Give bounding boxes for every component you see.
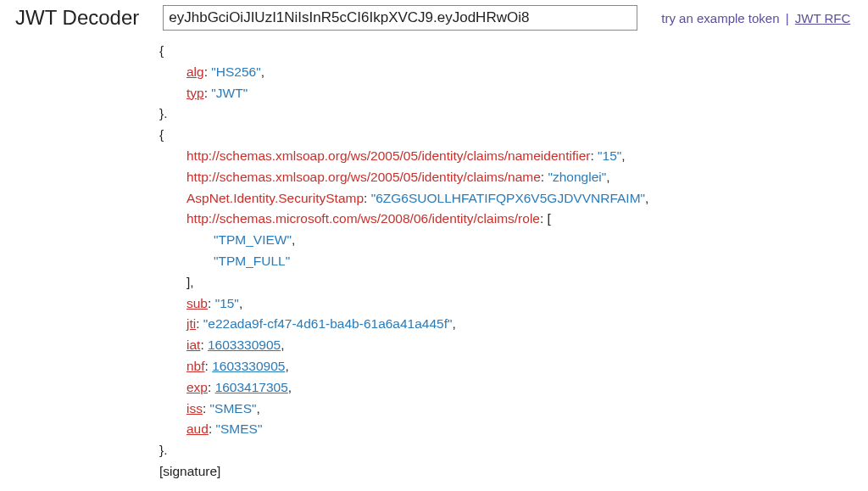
claim-value: "SMES" xyxy=(216,421,263,436)
claim-key-sub[interactable]: sub xyxy=(186,296,208,310)
token-input[interactable] xyxy=(163,5,637,31)
role-array-value: "TPM_VIEW" xyxy=(214,232,292,247)
claim-key-exp[interactable]: exp xyxy=(186,380,208,394)
claim-key-iat[interactable]: iat xyxy=(186,338,200,352)
brace-close-dot: }. xyxy=(159,443,167,457)
brace-close-dot: }. xyxy=(159,106,167,120)
claim-value: "6ZG6SUOLLHFATIFQPX6V5GJDVVNRFAIM" xyxy=(371,191,645,205)
claim-key-jti[interactable]: jti xyxy=(186,316,196,331)
claim-value: "15" xyxy=(215,296,239,310)
decoded-output: { alg: "HS256", typ: "JWT" }. { http://s… xyxy=(159,41,853,483)
brace-open: { xyxy=(159,127,164,142)
claim-key-typ[interactable]: typ xyxy=(186,86,204,100)
claim-value-timestamp[interactable]: 1603330905 xyxy=(208,338,281,352)
header: JWT Decoder try an example token | JWT R… xyxy=(15,5,853,31)
claim-value: "HS256" xyxy=(211,64,260,79)
jwt-rfc-link[interactable]: JWT RFC xyxy=(795,11,851,25)
claim-key-role: http://schemas.microsoft.com/ws/2008/06/… xyxy=(186,211,540,226)
brace-open: { xyxy=(159,43,164,58)
claim-key-aud[interactable]: aud xyxy=(186,421,209,436)
claim-key-iss[interactable]: iss xyxy=(186,401,203,416)
claim-value-timestamp[interactable]: 1603330905 xyxy=(212,359,285,373)
claim-value: "SMES" xyxy=(210,401,257,416)
claim-key-nbf[interactable]: nbf xyxy=(186,359,205,373)
claim-value: "e22ada9f-cf47-4d61-ba4b-61a6a41a445f" xyxy=(203,316,453,331)
claim-value: "zhonglei" xyxy=(548,170,606,184)
claim-key-securitystamp: AspNet.Identity.SecurityStamp xyxy=(186,191,364,205)
claim-key-name: http://schemas.xmlsoap.org/ws/2005/05/id… xyxy=(186,170,541,184)
signature-placeholder: [signature] xyxy=(159,464,220,478)
example-token-link[interactable]: try an example token xyxy=(661,11,779,25)
header-links: try an example token | JWT RFC xyxy=(661,11,850,25)
claim-value: "15" xyxy=(598,148,621,163)
claim-key-nameid: http://schemas.xmlsoap.org/ws/2005/05/id… xyxy=(186,148,590,163)
claim-value-timestamp[interactable]: 1603417305 xyxy=(215,380,288,394)
claim-value: "JWT" xyxy=(211,86,248,100)
claim-key-alg[interactable]: alg xyxy=(186,64,204,79)
page-title: JWT Decoder xyxy=(15,6,139,30)
link-separator: | xyxy=(786,11,789,25)
role-array-value: "TPM_FULL" xyxy=(214,254,290,268)
bracket-close: ], xyxy=(186,275,194,289)
